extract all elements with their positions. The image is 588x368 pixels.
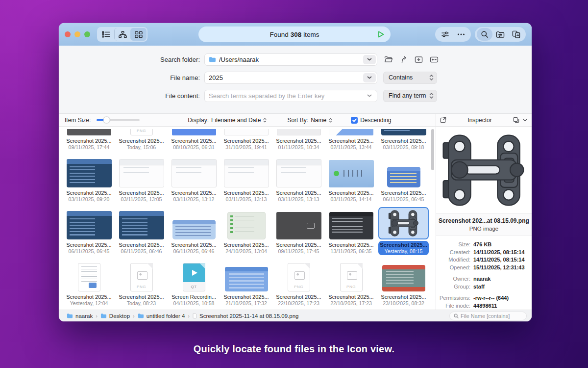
metadata-value: staff: [473, 283, 485, 291]
darkbluewin-thumbnail: [67, 211, 112, 239]
file-name-dropdown[interactable]: [363, 73, 376, 82]
folder-compare-button[interactable]: [492, 28, 508, 41]
grid-item[interactable]: Screenshot 2025...08/10/2025, 06:31: [168, 127, 220, 154]
sort-by-value: Name: [311, 117, 326, 124]
breadcrumb-item[interactable]: untitled folder 4: [138, 313, 185, 319]
grid-item[interactable]: PNGScreenshot 2025...22/10/2025, 17:23: [325, 259, 377, 310]
file-name-mode-select[interactable]: Contains: [383, 72, 437, 84]
file-content-dropdown[interactable]: [363, 91, 376, 101]
grid-item[interactable]: Screenshot 2025...21/10/2025, 17:32: [220, 259, 272, 310]
grid-item[interactable]: Screenshot 2025...06/11/2025, 06:46: [115, 207, 168, 258]
grid-item[interactable]: Screenshot 2025...06/11/2025, 06:45: [63, 207, 115, 258]
dark-thumbnail: [67, 129, 111, 135]
grid-item[interactable]: Screenshot 2025...24/10/2025, 13:04: [220, 207, 272, 258]
grid-item[interactable]: Screenshot 2025...02/11/2025, 13:44: [325, 127, 377, 154]
grid-item[interactable]: Screenshot 2025...06/11/2025, 06:45: [377, 155, 430, 206]
sort-by-select[interactable]: Sort By: Name: [287, 117, 332, 124]
slider-knob[interactable]: [103, 117, 110, 123]
more-options-button[interactable]: [453, 28, 469, 41]
file-name-input[interactable]: 2025: [204, 72, 377, 84]
grid-item[interactable]: Screenshot 2025...03/11/2025, 13:13: [272, 155, 325, 206]
file-content-input[interactable]: Search terms separated by the Enter key: [204, 90, 377, 102]
grid-item[interactable]: PNGScreenshot 2025...22/10/2025, 17:23: [272, 259, 325, 310]
inspector-collapse-button[interactable]: [522, 118, 528, 122]
item-date: 09/11/2025, 17:44: [65, 144, 113, 151]
thumbnail-box: [169, 157, 219, 187]
grid-item[interactable]: Screenshot 2025...31/10/2025, 19:41: [220, 127, 272, 154]
grid-item[interactable]: Screenshot 2025...13/11/2025, 06:35: [325, 207, 377, 258]
start-search-button[interactable]: [376, 29, 386, 39]
grid-item[interactable]: QTScreen Recordin...04/11/2025, 10:58: [168, 259, 220, 310]
search-folder-dropdown[interactable]: [363, 55, 376, 64]
list-view-button[interactable]: [98, 28, 114, 41]
minimize-button[interactable]: [74, 31, 80, 37]
icon-view-icon: [135, 31, 143, 38]
zoom-button[interactable]: [84, 31, 90, 37]
hierarchy-view-button[interactable]: [114, 28, 130, 41]
choose-folder-button[interactable]: [382, 54, 394, 65]
inspector-popout-button[interactable]: [440, 117, 446, 123]
search-folder-input[interactable]: /Users/naarak: [204, 53, 377, 66]
display-select[interactable]: Display: Filename and Date: [188, 117, 267, 124]
thumbnail-box: [64, 157, 114, 187]
grid-item[interactable]: Screenshot 2025...Yesterday, 12:04: [63, 259, 115, 310]
grid-item[interactable]: Screenshot 2025...09/11/2025, 17:44: [63, 127, 115, 154]
copy-results-button[interactable]: [508, 28, 524, 41]
chevron-down-icon: [522, 118, 528, 122]
file-content-mode-select[interactable]: Find any term: [383, 90, 437, 102]
item-labels: Screenshot 2025...03/11/2025, 13:13: [221, 189, 271, 203]
icon-view-button[interactable]: [130, 28, 147, 41]
item-date: 22/10/2025, 17:23: [327, 300, 375, 307]
grid-item[interactable]: Screenshot 2025...Yesterday, 08:15: [377, 207, 430, 258]
item-labels: Screenshot 2025...03/11/2025, 13:12: [169, 189, 219, 203]
item-date: 03/11/2025, 09:20: [65, 196, 113, 203]
metadata-row: Size:476 KB: [436, 241, 528, 249]
status-bar: naarak›Desktop›untitled folder 4›Screens…: [59, 310, 532, 321]
inspector-panel: Screenshot 202...at 08.15.09.png PNG ima…: [436, 127, 532, 310]
png-thumbnail: PNG: [130, 263, 153, 291]
thumbnail-box: [326, 129, 376, 135]
sort-by-label: Sort By:: [287, 117, 308, 124]
grid-item[interactable]: PNGScreenshot 2025...Today, 08:23: [115, 259, 168, 310]
grid-item[interactable]: Screenshot 2025...01/11/2025, 10:34: [272, 127, 325, 154]
item-name: Screenshot 2025...: [274, 241, 323, 248]
breadcrumb-item[interactable]: naarak: [67, 313, 93, 319]
filters-button[interactable]: [437, 28, 453, 41]
close-button[interactable]: [65, 31, 71, 37]
add-folder-button[interactable]: [413, 54, 425, 65]
updown-chevrons-icon: [329, 118, 332, 123]
grid-item[interactable]: Screenshot 2025...03/11/2025, 13:05: [115, 155, 168, 206]
item-name: Screenshot 2025...: [379, 137, 428, 144]
descending-checkbox[interactable]: [351, 117, 358, 124]
breadcrumb-item[interactable]: Screenshot 2025-11-14 at 08.15.09.png: [193, 313, 298, 319]
grid-item[interactable]: Screenshot 2025...23/10/2025, 08:32: [377, 259, 430, 310]
vertical-scrollbar[interactable]: [431, 129, 434, 170]
grid-item[interactable]: Screenshot 2025...03/11/2025, 09:20: [63, 155, 115, 206]
parent-folder-button[interactable]: [397, 54, 410, 65]
thumbnail-box: [64, 129, 114, 135]
quick-filter-field[interactable]: File Name [contains]: [449, 312, 527, 320]
metadata-row: Permissions:-rw-r--r-- (644): [436, 294, 528, 302]
item-size-slider[interactable]: [97, 119, 140, 121]
grid-item[interactable]: Screenshot 2025...09/11/2025, 17:45: [272, 207, 325, 258]
inspector-pages-button[interactable]: [513, 117, 519, 123]
greenlist-thumbnail: [227, 212, 266, 239]
grid-item[interactable]: Screenshot 2025...06/11/2025, 06:46: [168, 207, 220, 258]
file-content-label: File content:: [122, 92, 204, 100]
thumbnail-box: PNG: [273, 261, 324, 291]
grid-item[interactable]: Screenshot 2025...03/11/2025, 09:18: [377, 127, 430, 154]
blue-thumbnail: [172, 129, 216, 135]
grid-item[interactable]: PNGScreenshot 2025...Today, 15:06: [115, 127, 168, 154]
item-labels: Screenshot 2025...31/10/2025, 19:41: [221, 137, 271, 151]
item-name: Screenshot 2025...: [379, 293, 428, 300]
breadcrumb-item[interactable]: Desktop: [100, 313, 130, 319]
thumbnail-box: [273, 129, 324, 135]
grid-item[interactable]: Screenshot 2025...03/11/2025, 14:14: [325, 155, 377, 206]
grid-item[interactable]: Screenshot 2025...03/11/2025, 13:12: [168, 155, 220, 206]
hierarchy-view-icon: [119, 31, 127, 38]
item-labels: Screenshot 2025...Yesterday, 12:04: [64, 293, 114, 307]
edit-conditions-button[interactable]: [428, 54, 440, 65]
grid-item[interactable]: Screenshot 2025...03/11/2025, 13:13: [220, 155, 272, 206]
search-mode-button[interactable]: [477, 28, 492, 41]
item-name: Screenshot 2025...: [222, 293, 270, 300]
